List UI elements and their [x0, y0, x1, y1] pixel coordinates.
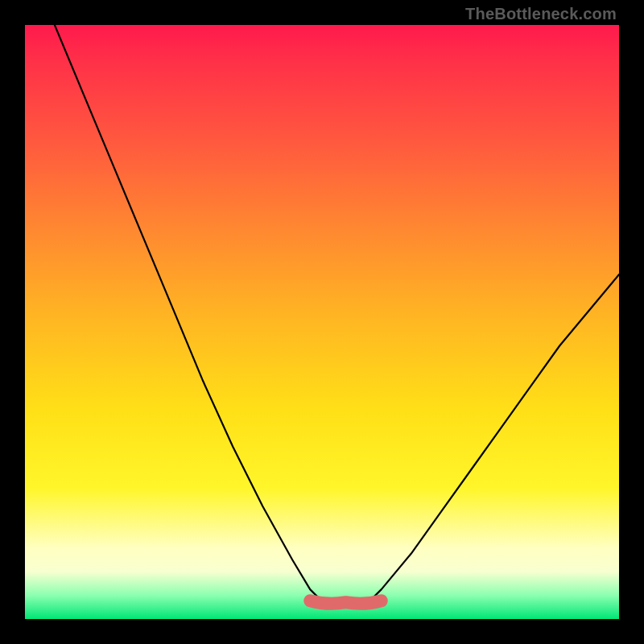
chart-frame: TheBottleneck.com [0, 0, 644, 644]
chart-svg [25, 25, 619, 619]
attribution-text: TheBottleneck.com [465, 5, 617, 23]
optimal-region-marker [310, 601, 382, 604]
chart-plot-area [25, 25, 619, 619]
bottleneck-curve [55, 25, 619, 607]
